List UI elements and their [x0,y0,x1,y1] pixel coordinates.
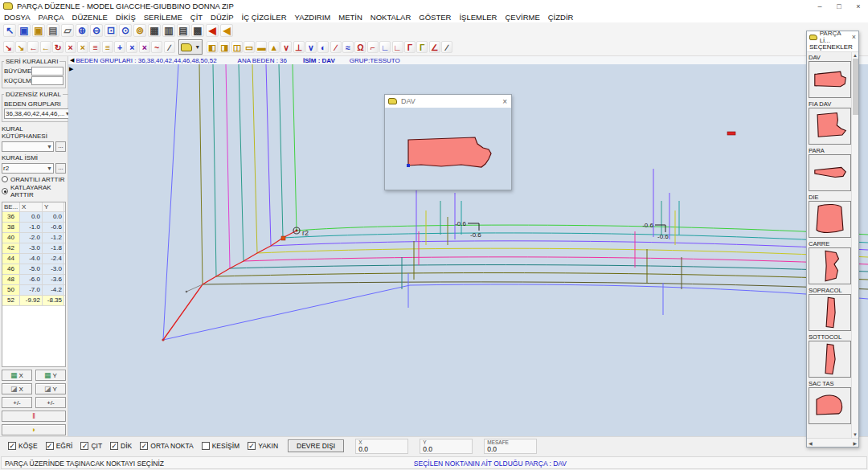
add-point-icon[interactable]: + [114,41,125,53]
table-row-size-48[interactable]: 48-6.0-3.6 [2,275,65,285]
zoom-out-icon[interactable]: ⊖ [90,24,103,37]
table-cell[interactable]: 42 [2,243,20,253]
snap-checkbox-orta-nokta[interactable]: ✓ORTA NOKTA [140,442,193,450]
save-as-icon[interactable]: ▣ [32,24,45,37]
table-cell[interactable]: -3.0 [43,264,64,274]
table-cell[interactable]: 48 [2,275,20,284]
scroll-up-icon[interactable]: ▲ [853,53,858,58]
zoom-in-icon[interactable]: ⊕ [76,24,88,37]
arc-tool-icon[interactable]: ⌐ [367,41,379,53]
pencil-icon[interactable]: ∕ [330,41,342,53]
snap-checkbox-çit[interactable]: ✓ÇIT [80,442,102,450]
checkbox-checked-icon[interactable]: ✓ [8,442,16,450]
selected-point-marker[interactable] [281,236,285,240]
paste-rule-icon[interactable]: ≡ [102,41,113,53]
rotate-piece-icon[interactable]: ↻ [52,41,63,53]
invert-x-button[interactable]: +/- [2,397,32,408]
notch-icon[interactable]: ∨ [280,41,292,53]
invert-y-button[interactable]: +/- [35,397,66,408]
table-cell[interactable]: -8.35 [43,296,64,305]
part-item-sac-tas[interactable]: SAC TAS [809,380,851,424]
disable-snap-button[interactable]: DEVRE DIŞI [288,439,344,452]
table-cell[interactable]: -6.0 [20,275,43,284]
table-cell[interactable]: -5.0 [20,264,43,274]
cut-rule-icon[interactable]: × [77,41,88,53]
corner-tool-icon[interactable]: ∟ [379,41,391,53]
part-thumbnail[interactable] [809,387,851,424]
menu-item-dosya[interactable]: DOSYA [0,13,35,22]
menu-item-i̇şlemler[interactable]: İŞLEMLER [455,13,501,22]
part-item-fia-dav[interactable]: FIA DAV [809,100,851,145]
menu-item-noktalar[interactable]: NOKTALAR [366,13,416,22]
part-item-sottocol[interactable]: SOTTOCOL [809,333,851,378]
parts-list-window[interactable]: PARÇA Lİ... × SEÇENEKLER DAVFIA DAVPARAD… [806,31,859,448]
table-row-size-40[interactable]: 40-2.0-1.2 [2,233,65,243]
close-piece-icon[interactable]: ▭ [244,41,255,53]
kural-ismi-select[interactable]: r2▼ [2,163,54,174]
slash-tool-icon[interactable]: ∕ [441,41,452,53]
menu-item-çi̇zdi̇r[interactable]: ÇİZDİR [544,13,578,22]
part-thumbnail[interactable] [809,201,851,238]
table-cell[interactable]: Y [43,202,64,211]
menu-item-parça[interactable]: PARÇA [35,13,68,22]
table-cell[interactable]: -2.4 [43,254,64,264]
exit-icon[interactable]: ◀ [206,24,219,37]
exit-alt-icon[interactable]: ◀ [220,24,233,37]
part-item-carre[interactable]: CARRE [809,240,851,284]
save-icon[interactable]: ▣ [18,24,31,37]
loop-tool-icon[interactable]: Ω [354,41,366,53]
snap-checkbox-yakin[interactable]: ✓YAKIN [248,442,278,450]
kural-kutuphanesi-select[interactable]: ▼ [2,141,54,152]
part-thumbnail[interactable] [809,247,851,284]
parts-horizontal-scrollbar[interactable]: ◀ ▶ [807,438,858,447]
cut-point-icon[interactable]: × [65,41,76,53]
table-cell[interactable]: X [20,202,43,211]
chevron-down-icon[interactable]: ▼ [194,44,200,50]
table-header-row[interactable]: BE...XY [2,202,65,212]
checkbox-checked-icon[interactable]: ✓ [140,442,148,450]
mirror-piece-icon[interactable]: ◐ [317,41,329,53]
beden-gruplari-select[interactable]: 36,38,40,42,44,46,...▼ [4,108,72,119]
table-cell[interactable]: -2.0 [20,233,43,243]
zoom-select-icon[interactable]: ⊚ [133,24,146,37]
table-cell[interactable]: -1.8 [43,243,64,253]
table-row-size-50[interactable]: 50-7.0-4.2 [2,285,65,296]
menu-item-seri̇leme[interactable]: SERİLEME [140,13,186,22]
maximize-button[interactable]: □ [829,0,849,12]
snap-checkbox-köşe[interactable]: ✓KÖŞE [8,442,38,450]
cursor-icon[interactable]: ↖ [3,24,16,37]
piece-preview-titlebar[interactable]: DAV × [385,95,511,108]
calculate-y-button[interactable]: ▦Y [35,370,66,381]
table-cell[interactable]: 46 [2,264,20,274]
apply-rule-button[interactable]: ◗ [2,424,66,435]
grid-rows-icon[interactable]: ▤ [177,24,190,37]
wave-line-icon[interactable]: ≈ [342,41,354,53]
angle-tool-icon[interactable]: ∠ [429,41,440,53]
part-item-sopracol[interactable]: SOPRACOL [809,287,851,331]
menu-item-düzenle[interactable]: DÜZENLE [68,13,112,22]
scroll-left-icon[interactable]: ◀ [70,57,74,63]
shift-left-icon[interactable]: ← [27,41,39,53]
kural-ismi-browse-button[interactable]: ... [55,163,66,174]
grid-all-icon[interactable]: ▦ [148,24,161,37]
checkbox-checked-icon[interactable]: ✓ [110,442,118,450]
shift-left-alt-icon[interactable]: ← [40,41,51,53]
sheet-edit-icon[interactable]: ▱ [61,24,74,37]
part-item-dav[interactable]: DAV [809,54,851,98]
menu-item-di̇ki̇ş[interactable]: DİKİŞ [112,13,140,22]
table-cell[interactable]: -9.92 [20,296,43,305]
table-cell[interactable]: -1.0 [20,223,43,232]
scrollbar-thumb[interactable] [853,59,858,115]
active-piece-tool-button[interactable]: ▼ [178,39,203,55]
menu-item-i̇ç-çi̇zgi̇ler[interactable]: İÇ ÇİZGİLER [238,13,291,22]
table-cell[interactable]: -3.6 [43,275,64,284]
unfold-piece-icon[interactable]: ◨ [219,41,230,53]
table-row-size-38[interactable]: 38-1.0-0.6 [2,223,65,233]
dart-icon[interactable]: ▲ [268,41,280,53]
table-cell[interactable]: -3.0 [20,243,43,253]
hook-tool-icon[interactable]: Γ [404,41,416,53]
table-cell[interactable]: -7.0 [20,285,43,295]
checkbox-checked-icon[interactable]: ✓ [248,442,256,450]
close-button[interactable]: × [849,0,868,12]
menu-item-yazdirim[interactable]: YAZDIRIM [291,13,335,22]
